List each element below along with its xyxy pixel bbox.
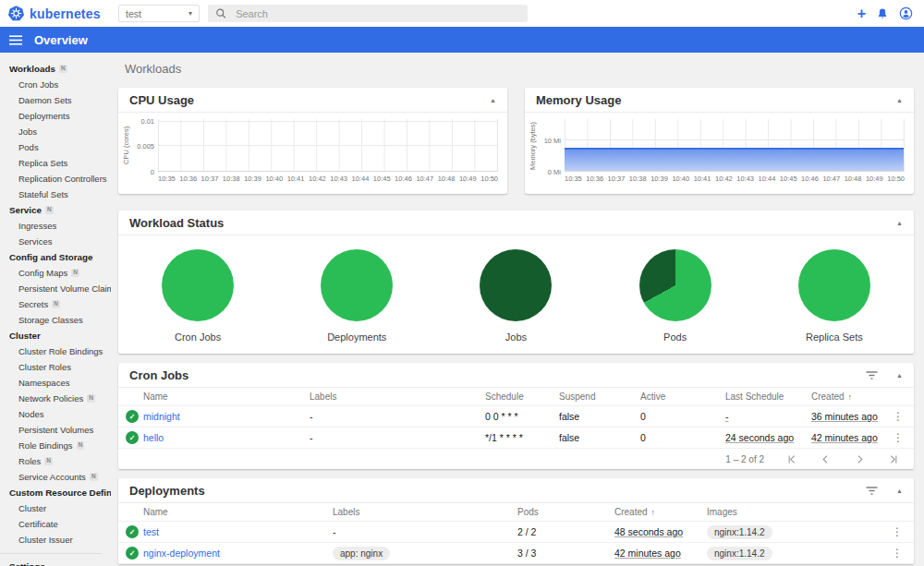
table-row[interactable]: ✓ midnight - 0 0 * * * false 0 - 36 minu… — [118, 406, 914, 428]
created-cell: 42 minutes ago — [614, 548, 681, 559]
deployments-card: Deployments ▲ Name — [118, 478, 914, 564]
main-content: Workloads CPU Usage ▲ CPU (cores) 0.010.… — [111, 53, 924, 566]
collapse-card-icon[interactable]: ▲ — [896, 97, 903, 103]
sidebar-item[interactable]: Persistent Volume Claims N — [0, 281, 111, 296]
table-row[interactable]: ✓ nginx-deployment app: nginx 3 / 3 42 m… — [118, 543, 914, 564]
row-menu-button[interactable]: ⋮ — [888, 525, 906, 538]
sidebar-item[interactable]: Cluster Roles — [0, 359, 111, 375]
user-account-icon[interactable] — [899, 6, 913, 20]
x-tick-label: 10:50 — [480, 175, 498, 183]
sidebar-item[interactable]: Cluster Issuer — [0, 532, 111, 548]
notifications-bell-icon[interactable] — [876, 7, 889, 20]
suspend-cell: false — [559, 432, 640, 443]
column-header[interactable]: Suspend — [559, 391, 640, 402]
sidebar-item[interactable]: Config and Storage — [0, 249, 111, 265]
row-menu-button[interactable]: ⋮ — [889, 410, 907, 423]
workload-status-card: Workload Status ▲ Cron Jobs Deployments — [118, 211, 914, 354]
card-title: Memory Usage — [536, 93, 621, 107]
sidebar-item[interactable]: Nodes — [0, 406, 111, 422]
hamburger-menu-icon[interactable] — [9, 35, 22, 45]
first-page-icon[interactable] — [786, 454, 796, 464]
sidebar-item[interactable]: Role Bindings N — [0, 438, 111, 453]
column-header[interactable]: Pods — [517, 507, 614, 517]
sidebar-item[interactable]: Storage Classes — [0, 312, 111, 328]
column-header[interactable]: Active — [640, 391, 725, 402]
x-tick-label: 10:47 — [416, 175, 433, 183]
y-tick-label: 0.005 — [137, 141, 154, 150]
sidebar-item[interactable]: Jobs — [0, 124, 111, 139]
card-title: Cron Jobs — [129, 368, 188, 382]
table-row[interactable]: ✓ hello - */1 * * * * false 0 24 seconds… — [118, 428, 914, 449]
sidebar-item[interactable]: Service N — [0, 202, 111, 218]
sidebar-item[interactable]: Stateful Sets — [0, 187, 111, 202]
row-menu-button[interactable]: ⋮ — [889, 431, 907, 444]
column-header[interactable]: Name — [143, 507, 333, 517]
namespaced-badge: N — [87, 394, 95, 403]
resource-name-link[interactable]: nginx-deployment — [143, 548, 333, 559]
sidebar-item[interactable]: Replication Controllers — [0, 171, 111, 187]
x-tick-label: 10:49 — [459, 175, 477, 183]
resource-name-link[interactable]: midnight — [143, 411, 310, 422]
collapse-card-icon[interactable]: ▲ — [490, 97, 496, 103]
column-header[interactable]: Name — [143, 391, 310, 402]
sidebar-item[interactable] — [0, 548, 111, 559]
sidebar-item[interactable]: Namespaces — [0, 375, 111, 391]
labels-cell: app: nginx — [333, 547, 517, 560]
sidebar-item[interactable]: Workloads N — [0, 61, 111, 77]
resource-name-link[interactable]: test — [143, 526, 333, 537]
column-header[interactable]: Labels — [333, 507, 517, 517]
sidebar-item[interactable]: Certificate — [0, 516, 111, 532]
collapse-card-icon[interactable]: ▲ — [896, 372, 903, 379]
sidebar-item[interactable]: Cluster Role Bindings — [0, 343, 111, 359]
collapse-card-icon[interactable]: ▲ — [896, 488, 903, 494]
row-menu-button[interactable]: ⋮ — [888, 547, 906, 560]
x-tick-label: 10:43 — [736, 175, 754, 183]
resource-name-link[interactable]: hello — [143, 432, 310, 443]
x-tick-label: 10:46 — [395, 175, 412, 183]
column-header[interactable]: Images — [707, 507, 882, 517]
card-title: CPU Usage — [129, 93, 194, 107]
kubernetes-helm-icon — [8, 6, 24, 21]
kubernetes-logo[interactable]: kubernetes — [0, 6, 110, 21]
filter-list-icon[interactable] — [866, 371, 878, 379]
table-row[interactable]: ✓ test - 2 / 2 48 seconds ago nginx:1.14… — [118, 522, 914, 543]
column-header[interactable]: Created ↑ — [614, 507, 707, 517]
sidebar-item[interactable]: Roles N — [0, 453, 111, 469]
sidebar-item[interactable]: Cron Jobs — [0, 77, 111, 92]
column-header[interactable]: Last Schedule — [725, 391, 811, 402]
next-page-icon[interactable] — [855, 454, 865, 464]
previous-page-icon[interactable] — [821, 454, 831, 464]
sidebar-item[interactable]: Network Policies N — [0, 391, 111, 406]
status-ok-icon: ✓ — [126, 431, 139, 444]
collapse-card-icon[interactable]: ▲ — [896, 220, 903, 226]
sidebar-item[interactable]: Replica Sets — [0, 155, 111, 171]
column-header[interactable]: Schedule — [485, 391, 559, 402]
sidebar-item[interactable]: Deployments — [0, 108, 111, 124]
sidebar-item[interactable]: Config Maps N — [0, 265, 111, 281]
sidebar-item[interactable]: Secrets N — [0, 296, 111, 312]
sidebar-item[interactable]: Ingresses — [0, 218, 111, 234]
y-tick-label: 0 Mi — [548, 168, 561, 176]
sidebar-item[interactable]: Custom Resource Definitions — [0, 485, 111, 500]
sidebar-item[interactable]: Pods — [0, 139, 111, 155]
column-header[interactable]: Created ↑ — [811, 391, 889, 402]
sidebar-item[interactable]: Services — [0, 234, 111, 249]
sidebar-item[interactable]: Settings — [0, 559, 111, 566]
pie-label: Replica Sets — [806, 331, 863, 343]
create-resource-button[interactable]: + — [857, 6, 866, 21]
nav-bar: Overview — [0, 27, 924, 53]
search-box[interactable] — [208, 5, 528, 22]
sidebar-item[interactable]: Cluster — [0, 500, 111, 516]
images-cell: nginx:1.14.2 — [707, 547, 882, 560]
sidebar-item[interactable]: Daemon Sets — [0, 92, 111, 108]
column-header[interactable]: Labels — [310, 391, 485, 402]
sidebar-item[interactable]: Service Accounts N — [0, 469, 111, 485]
search-input[interactable] — [236, 8, 520, 19]
status-ok-icon: ✓ — [126, 525, 139, 538]
last-schedule-cell: - — [725, 411, 729, 422]
namespace-select[interactable]: test ▾ — [118, 5, 200, 22]
sidebar-item[interactable]: Cluster — [0, 328, 111, 343]
sidebar-item[interactable]: Persistent Volumes — [0, 422, 111, 438]
filter-list-icon[interactable] — [866, 487, 878, 495]
last-page-icon[interactable] — [889, 454, 899, 464]
